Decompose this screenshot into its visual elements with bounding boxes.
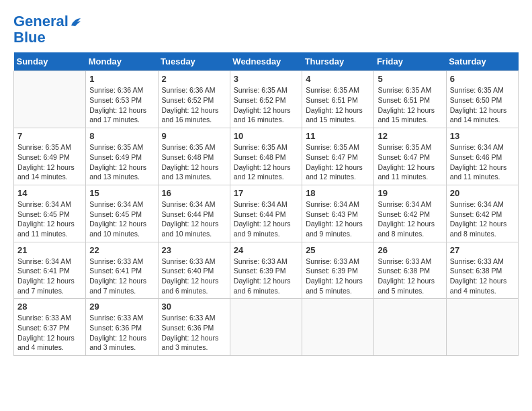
cell-info: Sunrise: 6:34 AM Sunset: 6:46 PM Dayligh… (450, 142, 515, 182)
day-number: 16 (162, 188, 226, 198)
day-number: 25 (306, 245, 370, 255)
cell-info: Sunrise: 6:35 AM Sunset: 6:48 PM Dayligh… (234, 142, 298, 182)
day-number: 26 (378, 245, 442, 255)
calendar-cell: 24Sunrise: 6:33 AM Sunset: 6:39 PM Dayli… (230, 242, 302, 299)
calendar-cell: 6Sunrise: 6:35 AM Sunset: 6:50 PM Daylig… (446, 71, 518, 128)
day-number: 1 (89, 74, 154, 84)
calendar-cell: 27Sunrise: 6:33 AM Sunset: 6:38 PM Dayli… (446, 242, 518, 299)
calendar-cell: 2Sunrise: 6:36 AM Sunset: 6:52 PM Daylig… (158, 71, 230, 128)
day-number: 24 (234, 245, 298, 255)
calendar-cell: 4Sunrise: 6:35 AM Sunset: 6:51 PM Daylig… (302, 71, 374, 128)
calendar-week-row: 21Sunrise: 6:34 AM Sunset: 6:41 PM Dayli… (14, 242, 519, 299)
cell-info: Sunrise: 6:34 AM Sunset: 6:45 PM Dayligh… (17, 199, 82, 239)
calendar-cell (302, 299, 374, 356)
cell-info: Sunrise: 6:34 AM Sunset: 6:45 PM Dayligh… (89, 199, 154, 239)
calendar-cell: 28Sunrise: 6:33 AM Sunset: 6:37 PM Dayli… (14, 299, 86, 356)
logo-line2: Blue (13, 30, 82, 46)
day-number: 21 (17, 245, 82, 255)
day-number: 12 (378, 131, 442, 141)
page-header: General Blue (13, 13, 519, 46)
day-number: 7 (17, 131, 82, 141)
calendar-cell: 13Sunrise: 6:34 AM Sunset: 6:46 PM Dayli… (446, 128, 518, 185)
calendar-week-row: 28Sunrise: 6:33 AM Sunset: 6:37 PM Dayli… (14, 299, 519, 356)
calendar-cell (374, 299, 446, 356)
cell-info: Sunrise: 6:35 AM Sunset: 6:51 PM Dayligh… (306, 85, 370, 125)
calendar-cell: 8Sunrise: 6:35 AM Sunset: 6:49 PM Daylig… (86, 128, 158, 185)
calendar-cell: 21Sunrise: 6:34 AM Sunset: 6:41 PM Dayli… (14, 242, 86, 299)
day-number: 9 (162, 131, 226, 141)
cell-info: Sunrise: 6:35 AM Sunset: 6:51 PM Dayligh… (378, 85, 442, 125)
calendar-cell: 16Sunrise: 6:34 AM Sunset: 6:44 PM Dayli… (158, 185, 230, 242)
calendar-cell: 14Sunrise: 6:34 AM Sunset: 6:45 PM Dayli… (14, 185, 86, 242)
calendar-week-row: 14Sunrise: 6:34 AM Sunset: 6:45 PM Dayli… (14, 185, 519, 242)
day-number: 6 (450, 74, 515, 84)
day-number: 3 (234, 74, 298, 84)
day-number: 10 (234, 131, 298, 141)
logo: General Blue (13, 13, 82, 46)
cell-info: Sunrise: 6:35 AM Sunset: 6:49 PM Dayligh… (89, 142, 154, 182)
logo-line1: General (13, 13, 69, 30)
day-number: 11 (306, 131, 370, 141)
calendar-cell: 23Sunrise: 6:33 AM Sunset: 6:40 PM Dayli… (158, 242, 230, 299)
day-number: 17 (234, 188, 298, 198)
cell-info: Sunrise: 6:33 AM Sunset: 6:37 PM Dayligh… (17, 313, 82, 353)
day-number: 14 (17, 188, 82, 198)
calendar-table: SundayMondayTuesdayWednesdayThursdayFrid… (13, 52, 519, 356)
calendar-cell: 11Sunrise: 6:35 AM Sunset: 6:47 PM Dayli… (302, 128, 374, 185)
day-number: 23 (162, 245, 226, 255)
cell-info: Sunrise: 6:35 AM Sunset: 6:47 PM Dayligh… (306, 142, 370, 182)
calendar-cell: 10Sunrise: 6:35 AM Sunset: 6:48 PM Dayli… (230, 128, 302, 185)
cell-info: Sunrise: 6:34 AM Sunset: 6:41 PM Dayligh… (17, 257, 82, 296)
day-number: 8 (89, 131, 154, 141)
cell-info: Sunrise: 6:34 AM Sunset: 6:44 PM Dayligh… (234, 199, 298, 239)
calendar-cell: 17Sunrise: 6:34 AM Sunset: 6:44 PM Dayli… (230, 185, 302, 242)
cell-info: Sunrise: 6:33 AM Sunset: 6:38 PM Dayligh… (378, 257, 442, 296)
day-number: 2 (162, 74, 226, 84)
cell-info: Sunrise: 6:33 AM Sunset: 6:39 PM Dayligh… (234, 257, 298, 296)
day-header-friday: Friday (374, 52, 446, 71)
day-header-sunday: Sunday (14, 52, 86, 71)
calendar-cell: 18Sunrise: 6:34 AM Sunset: 6:43 PM Dayli… (302, 185, 374, 242)
calendar-cell: 3Sunrise: 6:35 AM Sunset: 6:52 PM Daylig… (230, 71, 302, 128)
calendar-cell: 30Sunrise: 6:33 AM Sunset: 6:36 PM Dayli… (158, 299, 230, 356)
calendar-cell: 7Sunrise: 6:35 AM Sunset: 6:49 PM Daylig… (14, 128, 86, 185)
cell-info: Sunrise: 6:36 AM Sunset: 6:52 PM Dayligh… (162, 85, 226, 125)
calendar-cell: 26Sunrise: 6:33 AM Sunset: 6:38 PM Dayli… (374, 242, 446, 299)
day-number: 18 (306, 188, 370, 198)
calendar-cell: 5Sunrise: 6:35 AM Sunset: 6:51 PM Daylig… (374, 71, 446, 128)
day-number: 30 (162, 302, 226, 312)
calendar-cell: 1Sunrise: 6:36 AM Sunset: 6:53 PM Daylig… (86, 71, 158, 128)
day-number: 4 (306, 74, 370, 84)
day-number: 27 (450, 245, 515, 255)
calendar-cell (446, 299, 518, 356)
cell-info: Sunrise: 6:34 AM Sunset: 6:42 PM Dayligh… (450, 199, 515, 239)
cell-info: Sunrise: 6:33 AM Sunset: 6:38 PM Dayligh… (450, 257, 515, 296)
logo-bird-icon (70, 16, 82, 28)
day-header-saturday: Saturday (446, 52, 518, 71)
day-number: 28 (17, 302, 82, 312)
calendar-cell (14, 71, 86, 128)
calendar-cell: 20Sunrise: 6:34 AM Sunset: 6:42 PM Dayli… (446, 185, 518, 242)
calendar-cell: 19Sunrise: 6:34 AM Sunset: 6:42 PM Dayli… (374, 185, 446, 242)
calendar-cell (230, 299, 302, 356)
cell-info: Sunrise: 6:34 AM Sunset: 6:43 PM Dayligh… (306, 199, 370, 239)
day-number: 15 (89, 188, 154, 198)
day-number: 5 (378, 74, 442, 84)
day-header-tuesday: Tuesday (158, 52, 230, 71)
day-header-monday: Monday (86, 52, 158, 71)
cell-info: Sunrise: 6:34 AM Sunset: 6:42 PM Dayligh… (378, 199, 442, 239)
calendar-cell: 12Sunrise: 6:35 AM Sunset: 6:47 PM Dayli… (374, 128, 446, 185)
cell-info: Sunrise: 6:33 AM Sunset: 6:36 PM Dayligh… (162, 313, 226, 353)
day-number: 13 (450, 131, 515, 141)
day-header-wednesday: Wednesday (230, 52, 302, 71)
cell-info: Sunrise: 6:36 AM Sunset: 6:53 PM Dayligh… (89, 85, 154, 125)
day-header-thursday: Thursday (302, 52, 374, 71)
cell-info: Sunrise: 6:33 AM Sunset: 6:39 PM Dayligh… (306, 257, 370, 296)
day-number: 20 (450, 188, 515, 198)
calendar-cell: 22Sunrise: 6:33 AM Sunset: 6:41 PM Dayli… (86, 242, 158, 299)
calendar-cell: 15Sunrise: 6:34 AM Sunset: 6:45 PM Dayli… (86, 185, 158, 242)
cell-info: Sunrise: 6:35 AM Sunset: 6:47 PM Dayligh… (378, 142, 442, 182)
cell-info: Sunrise: 6:34 AM Sunset: 6:44 PM Dayligh… (162, 199, 226, 239)
cell-info: Sunrise: 6:35 AM Sunset: 6:50 PM Dayligh… (450, 85, 515, 125)
day-number: 29 (89, 302, 154, 312)
